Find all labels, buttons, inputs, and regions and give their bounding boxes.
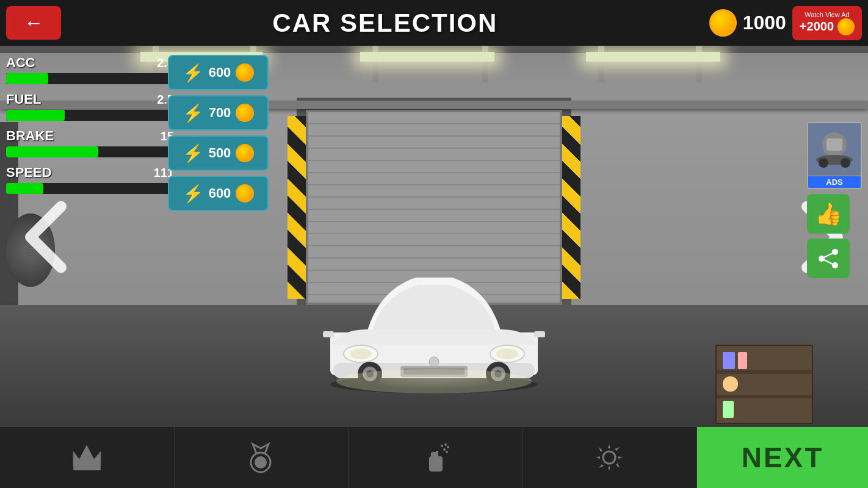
stat-acc-fill — [6, 73, 48, 84]
watch-ad-label: Watch View Ad — [805, 11, 849, 18]
next-label: NEXT — [742, 441, 824, 474]
coins-area: 1000 Watch View Ad +2000 — [709, 6, 862, 40]
share-button[interactable] — [807, 239, 850, 278]
stat-fuel-label: FUEL — [6, 92, 41, 107]
svg-point-36 — [443, 448, 446, 451]
pipe-5 — [598, 46, 604, 82]
pipe-3 — [372, 46, 378, 82]
upgrade-acc-coin-icon — [236, 63, 254, 82]
svg-point-38 — [446, 451, 448, 453]
title-text: CAR SELECTION — [272, 9, 497, 37]
car-svg — [306, 235, 562, 393]
watch-ad-coin-icon — [837, 18, 855, 35]
stat-brake-label-row: BRAKE 15 — [6, 128, 174, 144]
stat-speed-fill — [6, 183, 43, 194]
crown-button[interactable] — [0, 427, 175, 488]
upgrade-brake-button[interactable]: ⚡ 500 — [168, 135, 269, 171]
like-icon: 👍 — [815, 201, 842, 227]
pipe-6 — [696, 46, 702, 82]
svg-point-4 — [350, 348, 372, 359]
upgrade-acc-lightning-icon: ⚡ — [183, 63, 204, 83]
stat-acc: ACC 2.5 — [6, 55, 174, 84]
svg-rect-16 — [323, 331, 334, 337]
svg-point-32 — [255, 456, 267, 468]
stat-fuel-bar — [6, 110, 174, 121]
svg-rect-30 — [73, 467, 101, 470]
svg-point-9 — [429, 357, 439, 367]
upgrade-speed-lightning-icon: ⚡ — [183, 184, 204, 204]
ads-preview-image — [808, 123, 861, 175]
svg-point-41 — [603, 451, 615, 464]
stat-acc-label-row: ACC 2.5 — [6, 55, 174, 71]
upgrade-speed-cost: 600 — [209, 185, 231, 201]
watch-ad-amount: +2000 — [800, 20, 834, 34]
crown-icon — [70, 442, 104, 473]
upgrade-speed-coin-icon — [236, 184, 254, 203]
bottom-bar: NEXT — [0, 427, 868, 488]
ads-image — [808, 123, 861, 175]
stat-fuel-label-row: FUEL 2.5 — [6, 92, 174, 107]
stats-panel: ACC 2.5 FUEL 2.5 BRAKE 15 SPEED 111 — [6, 55, 174, 201]
svg-point-23 — [819, 158, 828, 168]
stat-speed-bar — [6, 183, 174, 194]
stat-acc-label: ACC — [6, 55, 35, 71]
paint-button[interactable] — [349, 427, 523, 488]
back-button[interactable]: ← — [6, 6, 61, 40]
ceiling-light-2 — [360, 52, 494, 62]
upgrade-fuel-coin-icon — [236, 104, 254, 122]
upgrade-fuel-lightning-icon: ⚡ — [183, 103, 204, 123]
svg-point-18 — [336, 369, 532, 393]
stat-speed-label-row: SPEED 111 — [6, 165, 174, 181]
ads-thumbnail[interactable]: ADS — [807, 122, 862, 189]
watch-ad-inner: +2000 — [800, 18, 855, 35]
nav-left-button[interactable] — [18, 201, 73, 288]
upgrade-acc-button[interactable]: ⚡ 600 — [168, 55, 269, 90]
stat-brake: BRAKE 15 — [6, 128, 174, 157]
upgrades-panel: ⚡ 600 ⚡ 700 ⚡ 500 ⚡ 600 — [168, 55, 275, 216]
share-icon — [817, 247, 840, 270]
svg-point-35 — [441, 445, 443, 447]
watch-ad-button[interactable]: Watch View Ad +2000 — [792, 6, 862, 40]
svg-rect-17 — [534, 331, 545, 337]
coins-amount: 1000 — [743, 12, 786, 34]
svg-rect-22 — [826, 138, 842, 151]
title: CAR SELECTION — [272, 9, 497, 38]
car-display — [294, 223, 574, 393]
ads-label: ADS — [808, 176, 861, 188]
upgrade-brake-lightning-icon: ⚡ — [183, 143, 204, 163]
next-button[interactable]: NEXT — [697, 427, 868, 488]
stat-fuel: FUEL 2.5 — [6, 92, 174, 121]
header: ← CAR SELECTION 1000 Watch View Ad +2000 — [0, 0, 868, 46]
svg-line-28 — [822, 252, 835, 259]
stat-speed: SPEED 111 — [6, 165, 174, 194]
stat-brake-label: BRAKE — [6, 128, 54, 144]
stat-speed-label: SPEED — [6, 165, 52, 181]
svg-point-6 — [496, 348, 518, 359]
svg-rect-33 — [429, 456, 443, 472]
settings-button[interactable] — [523, 427, 698, 488]
stat-fuel-fill — [6, 110, 65, 121]
medal-button[interactable] — [175, 427, 349, 488]
right-shelf-area — [703, 339, 813, 424]
svg-point-37 — [444, 443, 447, 446]
svg-rect-40 — [436, 451, 438, 457]
upgrade-speed-button[interactable]: ⚡ 600 — [168, 176, 269, 211]
upgrade-fuel-button[interactable]: ⚡ 700 — [168, 95, 269, 131]
upgrade-acc-cost: 600 — [209, 65, 231, 81]
svg-point-24 — [841, 158, 850, 168]
upgrade-brake-coin-icon — [236, 144, 254, 162]
coin-icon — [709, 9, 737, 37]
upgrade-fuel-cost: 700 — [209, 105, 231, 121]
like-button[interactable]: 👍 — [807, 194, 850, 234]
stat-brake-bar — [6, 146, 174, 157]
stat-acc-bar — [6, 73, 174, 84]
pipe-4 — [482, 46, 488, 82]
upgrade-brake-cost: 500 — [209, 145, 231, 161]
back-arrow-icon: ← — [24, 12, 43, 34]
medal-icon — [244, 441, 278, 475]
spray-icon — [420, 441, 450, 475]
svg-line-29 — [822, 259, 835, 265]
left-chevron-icon — [18, 201, 73, 274]
svg-point-39 — [447, 446, 449, 448]
settings-icon — [593, 441, 626, 475]
